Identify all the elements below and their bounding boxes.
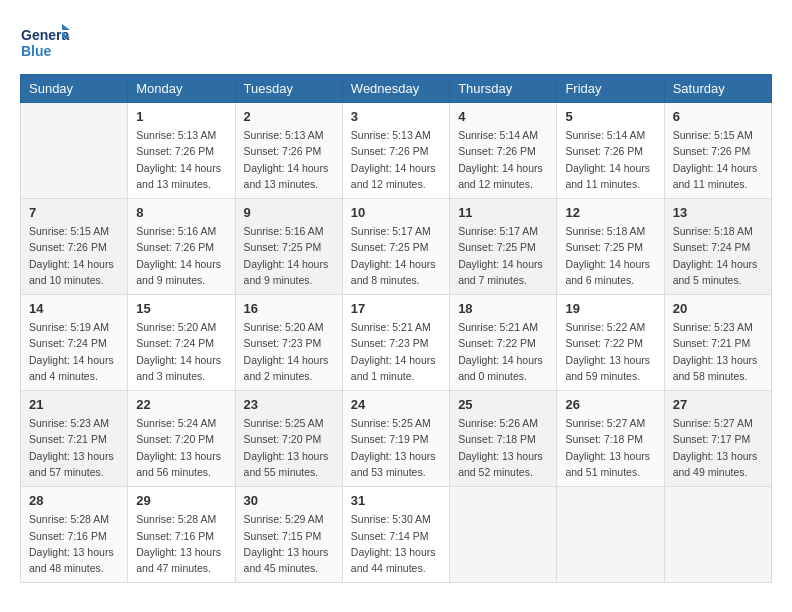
day-number: 3 bbox=[351, 109, 441, 124]
calendar-cell bbox=[21, 103, 128, 199]
calendar-cell: 15Sunrise: 5:20 AM Sunset: 7:24 PM Dayli… bbox=[128, 295, 235, 391]
weekday-header-sunday: Sunday bbox=[21, 75, 128, 103]
calendar-cell: 21Sunrise: 5:23 AM Sunset: 7:21 PM Dayli… bbox=[21, 391, 128, 487]
day-number: 12 bbox=[565, 205, 655, 220]
day-info: Sunrise: 5:17 AM Sunset: 7:25 PM Dayligh… bbox=[458, 223, 548, 288]
day-number: 4 bbox=[458, 109, 548, 124]
day-number: 18 bbox=[458, 301, 548, 316]
day-number: 13 bbox=[673, 205, 763, 220]
day-number: 6 bbox=[673, 109, 763, 124]
calendar-cell: 22Sunrise: 5:24 AM Sunset: 7:20 PM Dayli… bbox=[128, 391, 235, 487]
day-info: Sunrise: 5:14 AM Sunset: 7:26 PM Dayligh… bbox=[458, 127, 548, 192]
day-info: Sunrise: 5:25 AM Sunset: 7:20 PM Dayligh… bbox=[244, 415, 334, 480]
calendar-cell: 4Sunrise: 5:14 AM Sunset: 7:26 PM Daylig… bbox=[450, 103, 557, 199]
day-number: 27 bbox=[673, 397, 763, 412]
calendar-week-row: 7Sunrise: 5:15 AM Sunset: 7:26 PM Daylig… bbox=[21, 199, 772, 295]
calendar-week-row: 21Sunrise: 5:23 AM Sunset: 7:21 PM Dayli… bbox=[21, 391, 772, 487]
day-number: 28 bbox=[29, 493, 119, 508]
day-info: Sunrise: 5:23 AM Sunset: 7:21 PM Dayligh… bbox=[29, 415, 119, 480]
day-number: 15 bbox=[136, 301, 226, 316]
calendar-cell: 2Sunrise: 5:13 AM Sunset: 7:26 PM Daylig… bbox=[235, 103, 342, 199]
calendar-cell: 8Sunrise: 5:16 AM Sunset: 7:26 PM Daylig… bbox=[128, 199, 235, 295]
calendar-table: SundayMondayTuesdayWednesdayThursdayFrid… bbox=[20, 74, 772, 583]
calendar-cell: 25Sunrise: 5:26 AM Sunset: 7:18 PM Dayli… bbox=[450, 391, 557, 487]
day-number: 29 bbox=[136, 493, 226, 508]
day-number: 1 bbox=[136, 109, 226, 124]
day-info: Sunrise: 5:28 AM Sunset: 7:16 PM Dayligh… bbox=[136, 511, 226, 576]
calendar-cell: 17Sunrise: 5:21 AM Sunset: 7:23 PM Dayli… bbox=[342, 295, 449, 391]
calendar-cell: 14Sunrise: 5:19 AM Sunset: 7:24 PM Dayli… bbox=[21, 295, 128, 391]
calendar-cell: 10Sunrise: 5:17 AM Sunset: 7:25 PM Dayli… bbox=[342, 199, 449, 295]
calendar-cell: 30Sunrise: 5:29 AM Sunset: 7:15 PM Dayli… bbox=[235, 487, 342, 583]
logo-container: General Blue bbox=[20, 20, 70, 64]
day-info: Sunrise: 5:13 AM Sunset: 7:26 PM Dayligh… bbox=[244, 127, 334, 192]
calendar-cell: 16Sunrise: 5:20 AM Sunset: 7:23 PM Dayli… bbox=[235, 295, 342, 391]
day-number: 5 bbox=[565, 109, 655, 124]
day-info: Sunrise: 5:16 AM Sunset: 7:26 PM Dayligh… bbox=[136, 223, 226, 288]
day-info: Sunrise: 5:13 AM Sunset: 7:26 PM Dayligh… bbox=[136, 127, 226, 192]
day-info: Sunrise: 5:24 AM Sunset: 7:20 PM Dayligh… bbox=[136, 415, 226, 480]
day-info: Sunrise: 5:14 AM Sunset: 7:26 PM Dayligh… bbox=[565, 127, 655, 192]
day-info: Sunrise: 5:17 AM Sunset: 7:25 PM Dayligh… bbox=[351, 223, 441, 288]
day-info: Sunrise: 5:27 AM Sunset: 7:17 PM Dayligh… bbox=[673, 415, 763, 480]
weekday-header-monday: Monday bbox=[128, 75, 235, 103]
day-number: 23 bbox=[244, 397, 334, 412]
calendar-cell: 7Sunrise: 5:15 AM Sunset: 7:26 PM Daylig… bbox=[21, 199, 128, 295]
logo: General Blue bbox=[20, 20, 70, 64]
day-info: Sunrise: 5:18 AM Sunset: 7:25 PM Dayligh… bbox=[565, 223, 655, 288]
day-info: Sunrise: 5:25 AM Sunset: 7:19 PM Dayligh… bbox=[351, 415, 441, 480]
svg-text:Blue: Blue bbox=[21, 43, 52, 59]
calendar-cell: 27Sunrise: 5:27 AM Sunset: 7:17 PM Dayli… bbox=[664, 391, 771, 487]
day-number: 30 bbox=[244, 493, 334, 508]
day-number: 14 bbox=[29, 301, 119, 316]
weekday-header-row: SundayMondayTuesdayWednesdayThursdayFrid… bbox=[21, 75, 772, 103]
day-info: Sunrise: 5:29 AM Sunset: 7:15 PM Dayligh… bbox=[244, 511, 334, 576]
day-number: 26 bbox=[565, 397, 655, 412]
logo-svg: General Blue bbox=[20, 20, 70, 64]
calendar-week-row: 1Sunrise: 5:13 AM Sunset: 7:26 PM Daylig… bbox=[21, 103, 772, 199]
calendar-cell: 23Sunrise: 5:25 AM Sunset: 7:20 PM Dayli… bbox=[235, 391, 342, 487]
day-info: Sunrise: 5:27 AM Sunset: 7:18 PM Dayligh… bbox=[565, 415, 655, 480]
day-number: 11 bbox=[458, 205, 548, 220]
day-info: Sunrise: 5:23 AM Sunset: 7:21 PM Dayligh… bbox=[673, 319, 763, 384]
day-info: Sunrise: 5:13 AM Sunset: 7:26 PM Dayligh… bbox=[351, 127, 441, 192]
calendar-cell: 3Sunrise: 5:13 AM Sunset: 7:26 PM Daylig… bbox=[342, 103, 449, 199]
calendar-week-row: 28Sunrise: 5:28 AM Sunset: 7:16 PM Dayli… bbox=[21, 487, 772, 583]
day-info: Sunrise: 5:16 AM Sunset: 7:25 PM Dayligh… bbox=[244, 223, 334, 288]
day-info: Sunrise: 5:19 AM Sunset: 7:24 PM Dayligh… bbox=[29, 319, 119, 384]
day-info: Sunrise: 5:21 AM Sunset: 7:22 PM Dayligh… bbox=[458, 319, 548, 384]
calendar-cell: 1Sunrise: 5:13 AM Sunset: 7:26 PM Daylig… bbox=[128, 103, 235, 199]
day-info: Sunrise: 5:20 AM Sunset: 7:24 PM Dayligh… bbox=[136, 319, 226, 384]
day-info: Sunrise: 5:28 AM Sunset: 7:16 PM Dayligh… bbox=[29, 511, 119, 576]
day-number: 24 bbox=[351, 397, 441, 412]
day-number: 2 bbox=[244, 109, 334, 124]
day-number: 20 bbox=[673, 301, 763, 316]
day-info: Sunrise: 5:21 AM Sunset: 7:23 PM Dayligh… bbox=[351, 319, 441, 384]
calendar-cell: 12Sunrise: 5:18 AM Sunset: 7:25 PM Dayli… bbox=[557, 199, 664, 295]
day-number: 19 bbox=[565, 301, 655, 316]
weekday-header-tuesday: Tuesday bbox=[235, 75, 342, 103]
calendar-cell: 26Sunrise: 5:27 AM Sunset: 7:18 PM Dayli… bbox=[557, 391, 664, 487]
calendar-cell: 6Sunrise: 5:15 AM Sunset: 7:26 PM Daylig… bbox=[664, 103, 771, 199]
calendar-cell: 13Sunrise: 5:18 AM Sunset: 7:24 PM Dayli… bbox=[664, 199, 771, 295]
calendar-cell: 20Sunrise: 5:23 AM Sunset: 7:21 PM Dayli… bbox=[664, 295, 771, 391]
day-number: 7 bbox=[29, 205, 119, 220]
logo-graphic: General Blue bbox=[20, 20, 70, 64]
day-number: 21 bbox=[29, 397, 119, 412]
weekday-header-friday: Friday bbox=[557, 75, 664, 103]
calendar-cell: 18Sunrise: 5:21 AM Sunset: 7:22 PM Dayli… bbox=[450, 295, 557, 391]
day-number: 25 bbox=[458, 397, 548, 412]
day-number: 8 bbox=[136, 205, 226, 220]
day-info: Sunrise: 5:18 AM Sunset: 7:24 PM Dayligh… bbox=[673, 223, 763, 288]
day-number: 31 bbox=[351, 493, 441, 508]
day-info: Sunrise: 5:26 AM Sunset: 7:18 PM Dayligh… bbox=[458, 415, 548, 480]
calendar-cell: 24Sunrise: 5:25 AM Sunset: 7:19 PM Dayli… bbox=[342, 391, 449, 487]
calendar-cell: 29Sunrise: 5:28 AM Sunset: 7:16 PM Dayli… bbox=[128, 487, 235, 583]
day-number: 9 bbox=[244, 205, 334, 220]
calendar-week-row: 14Sunrise: 5:19 AM Sunset: 7:24 PM Dayli… bbox=[21, 295, 772, 391]
day-number: 16 bbox=[244, 301, 334, 316]
day-info: Sunrise: 5:30 AM Sunset: 7:14 PM Dayligh… bbox=[351, 511, 441, 576]
calendar-cell: 31Sunrise: 5:30 AM Sunset: 7:14 PM Dayli… bbox=[342, 487, 449, 583]
weekday-header-thursday: Thursday bbox=[450, 75, 557, 103]
calendar-cell: 19Sunrise: 5:22 AM Sunset: 7:22 PM Dayli… bbox=[557, 295, 664, 391]
